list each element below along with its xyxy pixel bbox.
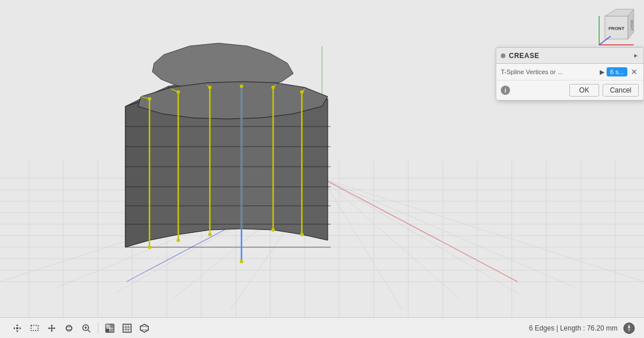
svg-line-100 (88, 330, 90, 332)
ok-button[interactable]: OK (569, 84, 599, 97)
svg-point-82 (208, 233, 212, 236)
move-tool-icon[interactable] (9, 320, 25, 336)
svg-marker-53 (302, 92, 328, 240)
svg-rect-106 (106, 329, 109, 332)
info-icon[interactable]: i (501, 86, 510, 95)
svg-point-76 (208, 86, 212, 89)
panel-dot (501, 53, 505, 58)
cursor-icon: ▶ (600, 68, 604, 76)
svg-point-74 (148, 97, 151, 101)
svg-rect-105 (110, 324, 114, 328)
panel-actions: i OK Cancel (496, 80, 643, 100)
grid-toggle-icon[interactable] (119, 320, 135, 336)
svg-rect-104 (106, 324, 109, 328)
nav-cube[interactable]: FRONT RIGHT (593, 5, 639, 51)
svg-rect-96 (37, 325, 39, 327)
toolbar-separator-1 (98, 322, 98, 334)
rect-select-icon[interactable] (26, 320, 43, 336)
zoom-tool-icon[interactable] (78, 320, 94, 336)
svg-marker-113 (140, 324, 148, 332)
display-mode-icon[interactable] (102, 320, 118, 336)
panel-expand-icon[interactable]: ► (633, 52, 639, 59)
pan-tool-icon[interactable] (44, 320, 60, 336)
svg-rect-107 (110, 329, 114, 332)
svg-text:RIGHT: RIGHT (630, 20, 634, 31)
svg-marker-47 (125, 99, 150, 247)
svg-point-81 (177, 239, 180, 242)
svg-point-83 (240, 260, 243, 263)
svg-point-77 (240, 84, 243, 88)
selection-clear-button[interactable]: ✕ (630, 68, 639, 76)
bottom-toolbar: 6 Edges | Length : 76.20 mm (0, 317, 644, 338)
svg-point-75 (177, 90, 180, 94)
panel-title: CREASE (509, 52, 539, 60)
svg-point-94 (16, 327, 18, 329)
svg-rect-108 (123, 324, 131, 332)
panel-header: CREASE ► (496, 48, 643, 64)
input-label: T-Spline Vertices or ... (501, 68, 597, 75)
crease-panel: CREASE ► T-Spline Vertices or ... ▶ 6 s.… (496, 47, 644, 101)
svg-point-78 (271, 86, 275, 89)
cancel-button[interactable]: Cancel (603, 84, 639, 97)
svg-point-84 (271, 228, 275, 232)
view-settings-icon[interactable] (136, 320, 152, 336)
panel-input-row: T-Spline Vertices or ... ▶ 6 s... ✕ (496, 64, 643, 80)
selection-badge[interactable]: 6 s... (607, 67, 627, 76)
compass-icon[interactable] (623, 322, 635, 334)
svg-point-97 (66, 325, 72, 331)
svg-point-79 (300, 90, 304, 94)
status-text: 6 Edges | Length : 76.20 mm (529, 324, 618, 332)
svg-point-85 (300, 233, 304, 236)
svg-point-98 (66, 327, 72, 329)
viewport[interactable]: FRONT RIGHT CREASE ► T-Spline Vertices o… (0, 0, 644, 338)
orbit-tool-icon[interactable] (61, 320, 77, 336)
svg-text:FRONT: FRONT (608, 26, 624, 31)
svg-rect-95 (31, 325, 38, 331)
svg-point-80 (148, 245, 151, 249)
